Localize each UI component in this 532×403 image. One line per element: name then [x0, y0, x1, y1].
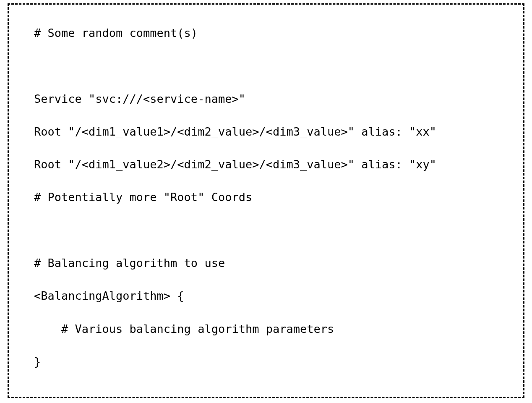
code-line: # Potentially more "Root" Coords — [34, 189, 510, 205]
code-line: # Balancing algorithm to use — [34, 255, 510, 271]
code-line: # Some random comment(s) — [34, 25, 510, 41]
code-snippet-box: # Some random comment(s) Service "svc://… — [8, 3, 524, 398]
code-line: Root "/<dim1_value2>/<dim2_value>/<dim3_… — [34, 156, 510, 173]
code-block: # Some random comment(s) Service "svc://… — [34, 25, 510, 403]
code-line — [34, 58, 510, 74]
code-line: Service "svc:///<service-name>" — [34, 91, 510, 107]
code-line: # Various balancing algorithm parameters — [34, 321, 510, 337]
code-line — [34, 386, 510, 403]
code-line: Root "/<dim1_value1>/<dim2_value>/<dim3_… — [34, 123, 510, 140]
code-line: <BalancingAlgorithm> { — [34, 288, 510, 304]
code-line: } — [34, 353, 510, 370]
code-line — [34, 222, 510, 238]
